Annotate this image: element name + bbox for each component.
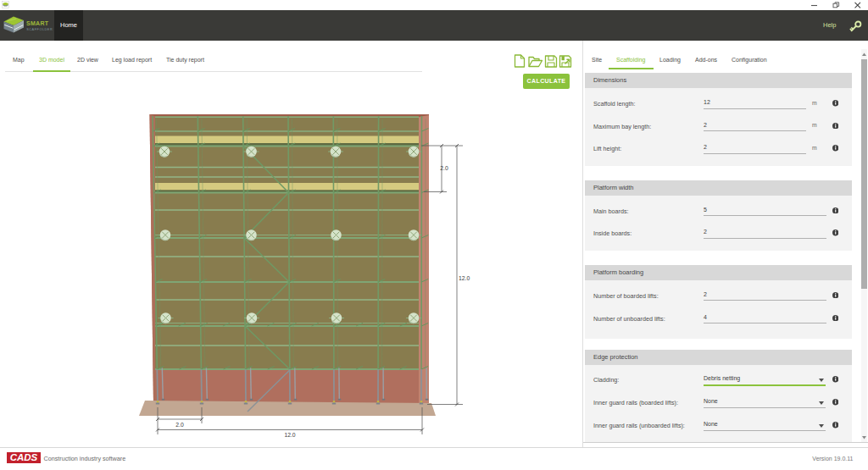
svg-text:12.0: 12.0	[459, 275, 470, 281]
svg-text:12.0: 12.0	[284, 432, 295, 438]
svg-text:2.0: 2.0	[440, 165, 448, 171]
svg-text:2.0: 2.0	[175, 422, 184, 428]
